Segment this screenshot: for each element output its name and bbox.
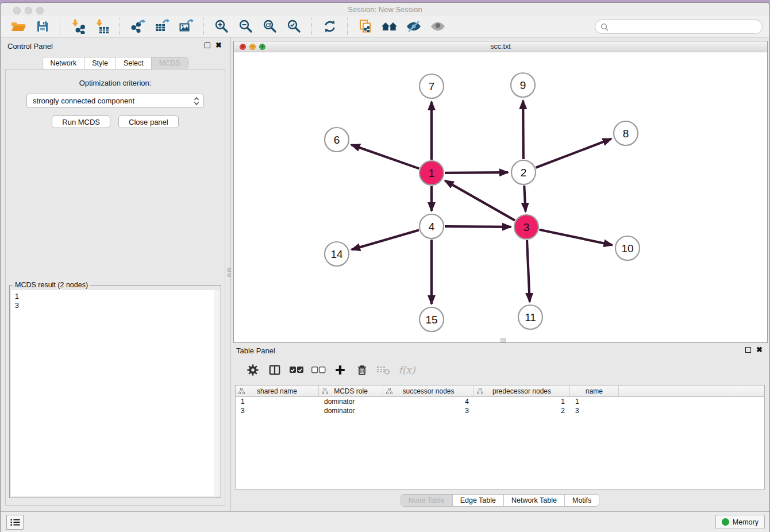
column-header-successor-nodes[interactable]: successor nodes (383, 385, 474, 396)
table-cell[interactable]: 1 (474, 398, 570, 406)
svg-text:9: 9 (520, 79, 526, 91)
control-panel-float-button[interactable] (205, 43, 210, 48)
memory-button[interactable]: Memory (715, 515, 765, 529)
result-scrollbar-track[interactable] (214, 290, 220, 496)
table-cell[interactable]: 3 (236, 407, 319, 415)
tab-network[interactable]: Network (43, 57, 84, 69)
edge-4-3[interactable] (445, 226, 511, 227)
node-10[interactable]: 10 (615, 236, 640, 260)
table-cell[interactable]: 4 (383, 398, 474, 406)
task-history-button[interactable] (6, 515, 24, 530)
node-7[interactable]: 7 (419, 74, 444, 98)
tab-edge-table[interactable]: Edge Table (452, 495, 503, 506)
svg-text:10: 10 (621, 242, 633, 255)
tab-style[interactable]: Style (84, 57, 116, 69)
edge-1-6[interactable] (351, 145, 419, 168)
export-table-button[interactable] (153, 17, 171, 36)
run-mcds-button[interactable]: Run MCDS (52, 115, 110, 128)
add-column-button[interactable] (329, 361, 351, 379)
network-canvas[interactable]: 7968124314101511 (234, 52, 767, 342)
criterion-select[interactable]: strongly connected component (26, 94, 204, 108)
edge-2-3[interactable] (524, 186, 525, 211)
split-panel-button[interactable] (264, 361, 286, 379)
node-3[interactable]: 3 (514, 215, 538, 239)
export-image-button[interactable] (177, 17, 195, 36)
mcds-result-group: MCDS result (2 nodes) 13 (9, 285, 221, 498)
table-panel-float-button[interactable] (745, 347, 751, 353)
tab-node-table[interactable]: Node Table (401, 495, 452, 506)
table-cell[interactable]: 1 (570, 398, 619, 406)
import-network-button[interactable] (69, 17, 87, 36)
column-header-label: MCDS role (334, 387, 368, 395)
deselect-all-button[interactable] (307, 361, 329, 379)
clone-network-button[interactable] (356, 17, 375, 36)
tab-network-table[interactable]: Network Table (503, 495, 564, 506)
mcds-result-line: 1 (15, 292, 215, 301)
table-cell[interactable]: 2 (474, 407, 570, 415)
node-11[interactable]: 11 (518, 305, 542, 329)
node-9[interactable]: 9 (511, 73, 535, 97)
edge-2-8[interactable] (536, 139, 611, 168)
delete-table-button[interactable] (373, 361, 395, 379)
column-header-name[interactable]: name (570, 385, 619, 396)
table-settings-button[interactable] (242, 361, 264, 379)
node-2[interactable]: 2 (511, 160, 536, 184)
node-8[interactable]: 8 (614, 121, 638, 145)
refresh-view-button[interactable] (321, 17, 339, 36)
search-input[interactable] (611, 22, 762, 32)
tab-motifs[interactable]: Motifs (564, 495, 599, 506)
tab-select[interactable]: Select (116, 57, 151, 69)
table-row[interactable]: 1dominator411 (236, 397, 764, 406)
control-panel-close-button[interactable]: ✖ (215, 43, 222, 48)
edge-3-11[interactable] (527, 240, 530, 302)
search-field[interactable] (595, 20, 763, 34)
node-1[interactable]: 1 (419, 161, 444, 185)
node-14[interactable]: 14 (325, 242, 349, 266)
table-cell[interactable]: dominator (319, 398, 383, 406)
zoom-fit-button[interactable] (261, 17, 279, 36)
home-button[interactable] (380, 17, 399, 36)
export-network-button[interactable] (129, 17, 147, 36)
open-session-button[interactable] (9, 17, 28, 36)
select-all-button[interactable] (286, 361, 307, 379)
edge-3-10[interactable] (540, 230, 613, 245)
edge-1-2[interactable] (445, 172, 508, 173)
edge-2-9[interactable] (523, 101, 523, 159)
show-hidden-button[interactable] (429, 17, 447, 36)
network-scrollbar-handle[interactable] (500, 338, 506, 342)
tab-mcds[interactable]: MCDS (151, 57, 188, 69)
column-header-predecessor-nodes[interactable]: predecessor nodes (474, 385, 570, 396)
column-header-shared-name[interactable]: shared name (236, 385, 319, 396)
hide-selected-button[interactable] (405, 17, 423, 36)
node-15[interactable]: 15 (419, 307, 444, 331)
edge-3-1[interactable] (445, 180, 515, 220)
control-panel-title: Control Panel (7, 42, 53, 51)
table-row[interactable]: 3dominator323 (236, 406, 764, 415)
toolbar-separator (120, 18, 121, 35)
column-header-mcds-role[interactable]: MCDS role (319, 385, 383, 396)
node-6[interactable]: 6 (325, 128, 349, 152)
open-folder-icon (10, 20, 26, 33)
table-cell[interactable]: 1 (236, 398, 319, 406)
table-cell[interactable]: dominator (319, 407, 383, 415)
table-cell[interactable]: 3 (570, 407, 619, 415)
plus-icon (334, 364, 346, 376)
save-session-button[interactable] (33, 17, 52, 36)
node-4[interactable]: 4 (419, 214, 444, 238)
edge-4-14[interactable] (352, 230, 419, 249)
zoom-in-button[interactable] (213, 17, 231, 36)
zoom-selected-button[interactable] (285, 17, 303, 36)
network-view-window: × − + scc.txt 7968124314101511 (233, 41, 768, 343)
delete-column-button[interactable] (351, 361, 373, 379)
table-panel-close-button[interactable]: ✖ (756, 347, 763, 353)
zoom-out-button[interactable] (237, 17, 255, 36)
export-table-icon (155, 19, 170, 34)
close-panel-button[interactable]: Close panel (118, 115, 179, 128)
unchecked-boxes-icon (311, 366, 326, 374)
function-builder-button[interactable]: f(x) (395, 361, 417, 379)
panel-splitter-handle[interactable] (228, 268, 232, 279)
table-cell[interactable]: 3 (383, 407, 474, 415)
gear-icon (247, 364, 259, 376)
import-table-button[interactable] (93, 17, 111, 36)
mcds-result-textarea[interactable]: 13 (11, 290, 220, 496)
